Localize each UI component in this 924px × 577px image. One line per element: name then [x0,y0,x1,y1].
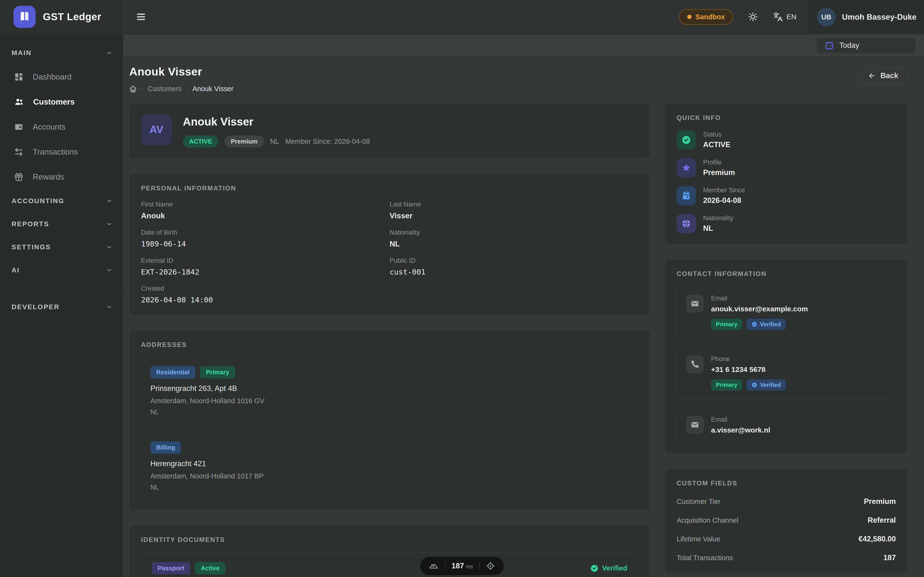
contact-label: Phone [711,355,786,363]
primary-badge: Primary [711,379,742,390]
sidebar-item-dashboard[interactable]: Dashboard [0,64,123,89]
locate-icon[interactable] [486,561,495,571]
field-external-id: External ID EXT-2026-1842 [141,257,389,276]
toolbar-band: Today [123,35,924,56]
app-logo [13,6,36,28]
sidebar-item-label: Dashboard [33,73,71,82]
sidebar-item-label: Accounts [33,122,65,132]
field-nationality: Nationality NL [389,229,638,248]
address-item-residential: Residential Primary Prinsengracht 263, A… [141,358,638,424]
app-brand: GST Ledger [0,0,123,34]
verified-label: Verified [760,321,781,328]
theme-toggle-button[interactable] [746,10,760,24]
sidebar-item-customers[interactable]: Customers [0,89,123,114]
quick-info-member-since: Member Since 2026-04-08 [677,186,896,205]
section-title: QUICK INFO [677,114,896,122]
field-label: First Name [141,201,389,208]
accounts-icon [14,122,24,132]
field-public-id: Public ID cust-001 [389,257,638,276]
mail-icon [690,299,699,308]
dev-latency-toast[interactable]: 187 ms [420,557,504,575]
custom-fields-card: CUSTOM FIELDS Customer Tier Premium Acqu… [665,469,908,573]
top-header: GST Ledger Sandbox [0,0,924,34]
contact-value: +31 6 1234 5678 [711,366,786,374]
breadcrumb-separator: › [142,87,143,91]
phone-tile [686,355,704,373]
chevron-down-icon [106,244,112,250]
custom-field-total-transactions: Total Transactions 187 [677,553,896,562]
section-label: ACCOUNTING [11,197,65,205]
addresses-card: ADDRESSES Residential Primary Prinsengra… [129,330,650,510]
today-label: Today [839,41,859,50]
verified-label: Verified [602,564,627,572]
sidebar-section-reports[interactable]: REPORTS [0,213,123,235]
address-line1: Prinsengracht 263, Apt 4B [150,384,629,393]
address-type-badge: Residential [150,366,195,379]
chevron-down-icon [106,304,112,310]
back-button[interactable]: Back [859,67,908,84]
email-tile [686,295,704,313]
personal-information-card: PERSONAL INFORMATION First Name Anouk La… [129,174,650,315]
document-verified-flag: Verified [590,564,627,573]
section-label: MAIN [11,49,32,57]
user-menu[interactable]: UB Umoh Bassey-Duke [807,0,924,34]
field-value: EXT-2026-1842 [141,268,389,276]
badge-check-icon [751,321,758,327]
page-title: Anouk Visser [129,65,233,78]
field-label: Last Name [389,201,638,208]
section-label: REPORTS [11,220,49,228]
breadcrumb-customers[interactable]: Customers [148,85,181,93]
quick-info-label: Profile [703,159,735,166]
hamburger-icon [136,11,146,22]
sidebar-item-label: Customers [33,97,74,106]
quick-info-card: QUICK INFO Status ACTIVE [665,103,908,244]
custom-field-value: Referral [868,516,896,525]
sidebar-item-accounts[interactable]: Accounts [0,114,123,139]
quick-info-value: 2026-04-08 [703,196,745,205]
dashboard-icon [14,72,24,82]
field-value: Visser [389,211,638,220]
sidebar-section-main[interactable]: MAIN [0,41,123,64]
language-code: EN [787,13,796,21]
sidebar-item-label: Transactions [33,147,78,156]
sidebar-item-rewards[interactable]: Rewards [0,164,123,189]
language-selector[interactable]: EN [773,12,796,22]
mountain-icon [429,561,438,571]
custom-field-value: Premium [864,497,896,506]
today-button[interactable]: Today [817,38,915,53]
section-label: AI [11,266,20,274]
sidebar-section-ai[interactable]: AI [0,259,123,282]
toast-divider [479,562,480,570]
sidebar-section-accounting[interactable]: ACCOUNTING [0,189,123,213]
sidebar-section-settings[interactable]: SETTINGS [0,235,123,259]
sandbox-badge: Sandbox [679,9,733,25]
field-value: cust-001 [389,268,638,276]
languages-icon [773,12,783,22]
check-circle-icon [681,135,691,145]
field-value: Anouk [141,211,389,220]
custom-field-customer-tier: Customer Tier Premium [677,497,896,506]
address-line1: Herengracht 421 [150,459,629,468]
sidebar-section-developer[interactable]: DEVELOPER [0,295,123,319]
field-label: Created [141,285,389,292]
identity-documents-card: IDENTITY DOCUMENTS Passport Active [129,525,650,577]
quick-info-value: ACTIVE [703,140,730,149]
custom-field-lifetime-value: Lifetime Value €42,580.00 [677,535,896,543]
custom-field-label: Total Transactions [677,554,733,562]
field-label: Nationality [389,229,638,236]
sidebar-divider [0,288,123,289]
identity-document-item: Passport Active Verified [141,553,638,577]
custom-field-value: 187 [883,553,896,562]
calendar-icon [681,191,691,201]
sidebar-item-transactions[interactable]: Transactions [0,139,123,164]
customer-member-since: Member Since: 2026-04-08 [285,137,370,145]
section-title: IDENTITY DOCUMENTS [141,536,638,543]
star-icon [681,163,691,173]
verified-badge: Verified [746,379,786,390]
app-title: GST Ledger [43,11,101,23]
home-icon[interactable] [129,85,137,93]
menu-toggle-button[interactable] [132,8,150,26]
breadcrumb-current: Anouk Visser [192,85,233,93]
address-country: NL [150,484,629,491]
section-title: CONTACT INFORMATION [677,270,896,278]
